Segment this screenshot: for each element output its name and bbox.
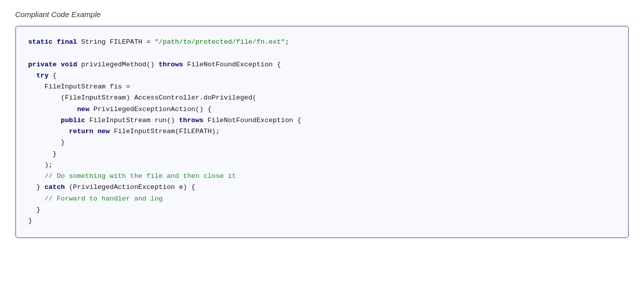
comment-1: // Do something with the file and then c… [28, 172, 236, 180]
code-line-6: (FileInputStream) AccessController.doPri… [28, 92, 616, 104]
plain-text: (FileInputStream) AccessController.doPri… [28, 94, 257, 101]
code-line-7: new PrivilegedExceptionAction() { [28, 104, 616, 115]
plain-text: ); [28, 161, 53, 169]
plain-text [28, 117, 61, 124]
plain-text [28, 106, 77, 113]
code-line-1: static final String FILEPATH = "/path/to… [28, 37, 616, 48]
keyword-static: static [28, 38, 53, 46]
keyword-new2: new [98, 128, 110, 135]
plain-text [53, 38, 57, 46]
code-line-9: return new FileInputStream(FILEPATH); [28, 126, 616, 137]
comment-2: // Forward to handler and log [28, 195, 163, 202]
plain-text: PrivilegedExceptionAction() { [90, 106, 212, 113]
empty-line-1 [28, 48, 616, 59]
plain-text: privilegedMethod() [77, 61, 158, 68]
plain-text [94, 128, 98, 135]
plain-text: String FILEPATH = [77, 38, 154, 46]
code-line-5: FileInputStream fis = [28, 81, 616, 92]
plain-text: FileNotFoundException { [183, 61, 281, 68]
plain-text: FileInputStream(FILEPATH); [110, 128, 220, 135]
keyword-try: try [36, 72, 48, 79]
code-line-10: } [28, 137, 616, 148]
plain-text: } [28, 206, 40, 214]
string-literal: "/path/to/protected/file/fn.ext" [154, 38, 285, 46]
code-line-11: } [28, 149, 616, 160]
code-line-8: public FileInputStream run() throws File… [28, 115, 616, 126]
plain-text: FileInputStream run() [85, 117, 179, 124]
keyword-throws2: throws [179, 117, 204, 124]
plain-text: } [28, 217, 32, 225]
keyword-void: void [61, 61, 77, 68]
code-line-3: private void privilegedMethod() throws F… [28, 59, 616, 70]
plain-text: ; [285, 38, 289, 46]
section-title: Compliant Code Example [15, 10, 629, 19]
plain-text [57, 61, 61, 68]
plain-text: FileInputStream fis = [28, 83, 130, 90]
plain-text: } [28, 183, 44, 191]
code-container: static final String FILEPATH = "/path/to… [15, 26, 629, 238]
plain-text: FileNotFoundException { [203, 117, 301, 124]
code-line-17: } [28, 216, 616, 227]
code-line-4: try { [28, 70, 616, 81]
code-line-16: } [28, 204, 616, 216]
plain-text: (PrivilegedActionException e) { [65, 183, 195, 191]
keyword-final: final [57, 38, 77, 46]
plain-text: } [28, 139, 65, 146]
keyword-private: private [28, 61, 57, 68]
code-line-13: // Do something with the file and then c… [28, 171, 616, 182]
keyword-new: new [77, 106, 89, 113]
code-line-15: // Forward to handler and log [28, 193, 616, 204]
plain-text [28, 72, 36, 79]
code-line-14: } catch (PrivilegedActionException e) { [28, 182, 616, 193]
code-line-12: ); [28, 160, 616, 171]
plain-text: { [49, 72, 57, 79]
plain-text [28, 128, 69, 135]
page-wrapper: Compliant Code Example static final Stri… [15, 10, 629, 238]
keyword-throws: throws [158, 61, 183, 68]
keyword-public: public [61, 117, 86, 124]
keyword-catch: catch [44, 183, 65, 191]
keyword-return: return [69, 128, 94, 135]
plain-text: } [28, 150, 57, 158]
